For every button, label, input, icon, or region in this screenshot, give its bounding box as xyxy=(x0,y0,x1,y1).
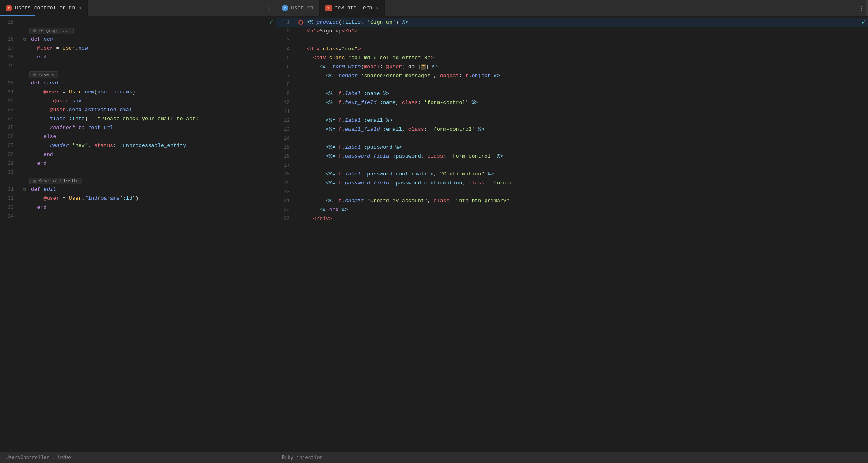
line-number: 6 xyxy=(276,63,296,71)
line-content xyxy=(305,188,868,197)
line-number: 33 xyxy=(0,203,20,212)
tab-users-controller[interactable]: r users_controller.rb ✕ xyxy=(0,0,88,16)
line-content: end xyxy=(29,203,276,212)
route-label: /signup, ... xyxy=(38,28,70,33)
line-content: flash[:info] = "Please check your email … xyxy=(29,115,276,123)
code-line: 33 end xyxy=(0,203,276,212)
close-icon-erb[interactable]: ✕ xyxy=(376,5,379,11)
line-gutter xyxy=(296,63,305,71)
code-line-r19: 19 <%= f.password_field :password_confir… xyxy=(276,179,868,188)
checkmark-right: ✓ xyxy=(859,18,868,27)
line-content xyxy=(305,36,868,45)
line-number: 26 xyxy=(0,132,20,141)
line-content: @user = User.new xyxy=(29,44,276,53)
code-line-r20: 20 xyxy=(276,188,868,197)
code-line-r17: 17 xyxy=(276,161,868,170)
line-gutter-r1 xyxy=(296,18,305,27)
erb-icon: % xyxy=(325,5,332,11)
line-content: <div class="row"> xyxy=(305,45,868,54)
line-number: 31 xyxy=(0,185,20,194)
route-dot-2 xyxy=(33,73,36,76)
line-number: 15 xyxy=(0,18,20,27)
line-number: 21 xyxy=(0,88,20,97)
right-tab-bar: r user.rb % new.html.erb ✕ ⋮ xyxy=(276,0,868,16)
code-line-2: 2 <h1>Sign up</h1> xyxy=(276,27,868,36)
line-gutter[interactable]: ⧉ xyxy=(20,185,29,194)
line-number: 16 xyxy=(0,35,20,44)
checkmark-left: ✓ xyxy=(267,18,276,27)
line-gutter xyxy=(20,115,29,123)
code-line: 17 @user = User.new xyxy=(0,44,276,53)
line-content xyxy=(305,134,868,143)
line-gutter xyxy=(20,62,29,71)
line-number: 30 xyxy=(0,168,20,177)
line-content: <%= f.submit "Create my account", class:… xyxy=(305,197,868,206)
editor-container: r users_controller.rb ✕ ⋮ r user.rb % ne… xyxy=(0,0,868,463)
close-icon[interactable]: ✕ xyxy=(79,5,82,11)
line-content: if @user.save xyxy=(29,97,276,106)
line-gutter xyxy=(296,134,305,143)
code-line: 20 def create xyxy=(0,79,276,88)
line-content: <%= f.label :password %> xyxy=(305,143,868,152)
breakpoint-icon[interactable] xyxy=(298,20,303,25)
line-gutter xyxy=(20,97,29,106)
line-gutter xyxy=(20,212,29,221)
line-content: end xyxy=(29,150,276,159)
panels: 15 ✓ /signup, ... 16 ⧉ def new xyxy=(0,16,868,463)
code-line-r16: 16 <%= f.password_field :password, class… xyxy=(276,152,868,161)
line-content: def edit xyxy=(29,185,276,194)
code-line: 29 end xyxy=(0,159,276,168)
line-gutter xyxy=(20,106,29,115)
line-gutter xyxy=(20,123,29,132)
line-content: def create xyxy=(29,79,276,88)
code-line: 27 render 'new', status: :unprocessable_… xyxy=(0,141,276,150)
line-content: @user = User.new(user_params) xyxy=(29,88,276,97)
line-content: </div> xyxy=(305,214,868,223)
line-gutter xyxy=(296,45,305,54)
line-content: <%= f.text_field :name, class: 'form-con… xyxy=(305,98,868,107)
left-code-area[interactable]: 15 ✓ /signup, ... 16 ⧉ def new xyxy=(0,16,276,452)
line-content: <%= f.password_field :password, class: '… xyxy=(305,152,868,161)
line-gutter xyxy=(20,132,29,141)
line-gutter xyxy=(296,161,305,170)
code-line: 31 ⧉ def edit xyxy=(0,185,276,194)
code-line-1: 1 <% provide(:title, 'Sign up') %> ✓ xyxy=(276,18,868,27)
code-line-4: 4 <div class="row"> xyxy=(276,45,868,54)
line-number: 11 xyxy=(276,107,296,116)
line-gutter xyxy=(20,159,29,168)
code-line-8: 8 xyxy=(276,80,868,89)
line-gutter xyxy=(296,54,305,63)
line-content: @user.send_activation_email xyxy=(29,106,276,115)
code-line-10: 10 <%= f.text_field :name, class: 'form-… xyxy=(276,98,868,107)
code-line: 26 else xyxy=(0,132,276,141)
line-number: 15 xyxy=(276,143,296,152)
line-gutter xyxy=(296,143,305,152)
line-content: <%= render 'shared/error_messages', obje… xyxy=(305,71,868,80)
tab-new-html-erb[interactable]: % new.html.erb ✕ xyxy=(320,0,385,16)
breadcrumb-sep: › xyxy=(52,455,55,461)
line-number: 21 xyxy=(276,197,296,206)
line-gutter xyxy=(20,44,29,53)
line-gutter xyxy=(296,214,305,223)
line-gutter xyxy=(296,36,305,45)
line-number: 8 xyxy=(276,80,296,89)
route-dot xyxy=(33,29,36,32)
line-number: 19 xyxy=(276,179,296,188)
line-number: 18 xyxy=(276,170,296,179)
code-line-14: 14 xyxy=(276,134,868,143)
route-badge-users: /users xyxy=(29,71,58,78)
line-content: <%= f.password_field :password_confirmat… xyxy=(305,179,868,188)
breadcrumb-method: index xyxy=(57,455,72,461)
tab-more-left[interactable]: ⋮ xyxy=(262,0,276,16)
right-code-area[interactable]: 1 <% provide(:title, 'Sign up') %> ✓ 2 <… xyxy=(276,16,868,452)
line-number: 7 xyxy=(276,71,296,80)
tab-user-rb[interactable]: r user.rb xyxy=(276,0,320,16)
line-gutter[interactable]: ⧉ xyxy=(20,35,29,44)
line-number: 9 xyxy=(276,89,296,98)
line-gutter xyxy=(296,89,305,98)
line-number: 29 xyxy=(0,159,20,168)
line-gutter xyxy=(296,27,305,36)
right-status-label: Ruby injection xyxy=(282,455,323,461)
code-line-11: 11 xyxy=(276,107,868,116)
user-rb-label: user.rb xyxy=(291,5,313,11)
